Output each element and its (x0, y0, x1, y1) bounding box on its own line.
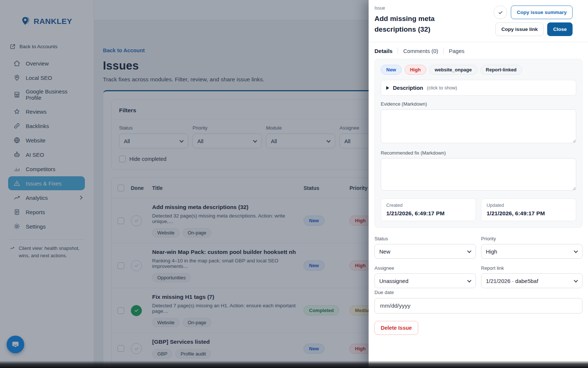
module-chip: website_onpage (429, 65, 477, 75)
check-icon (498, 10, 503, 15)
tab-details[interactable]: Details (374, 48, 392, 54)
chevron-down-icon (574, 249, 578, 253)
due-date-label: Due date (374, 290, 582, 295)
drawer-kicker: Issue (374, 6, 461, 11)
toggle-done-button[interactable] (494, 6, 507, 19)
report-linked-chip: Report-linked (480, 65, 522, 75)
due-date-input[interactable] (374, 298, 582, 314)
due-date-field: Due date (374, 290, 582, 314)
caret-right-icon (386, 86, 389, 90)
description-title: Description (393, 85, 423, 91)
created-card: Created 1/21/2026, 6:49:17 PM (381, 198, 476, 221)
assignee-value: Unassigned (379, 278, 408, 284)
tab-separator (398, 48, 398, 54)
status-badge: New (381, 65, 402, 75)
created-value: 1/21/2026, 6:49:17 PM (386, 210, 470, 217)
tab-comments[interactable]: Comments (0) (403, 48, 438, 54)
status-value: New (379, 248, 390, 255)
drawer-tabs: Details Comments (0) Pages (369, 42, 588, 59)
status-field: Status New (374, 231, 476, 259)
report-link-select[interactable]: 1/21/2026 · dabe5baf (481, 273, 582, 288)
created-label: Created (386, 203, 470, 208)
priority-label: Priority (481, 236, 582, 241)
issue-detail-drawer: Issue Add missing meta descriptions (32)… (369, 0, 588, 368)
close-button[interactable]: Close (547, 22, 573, 36)
report-link-value: 1/21/2026 · dabe5baf (486, 278, 538, 284)
priority-badge: High (405, 65, 426, 75)
evidence-textarea[interactable] (381, 109, 576, 143)
assignee-field: Assignee Unassigned (374, 261, 476, 288)
status-select[interactable]: New (374, 244, 476, 259)
copy-issue-summary-button[interactable]: Copy issue summary (511, 6, 573, 19)
description-toggle[interactable]: Description (click to show) (381, 80, 576, 96)
chevron-down-icon (574, 278, 578, 282)
updated-value: 1/21/2026, 6:49:17 PM (487, 210, 571, 217)
app-window: RANKLEY Back to Accounts Overview Local … (0, 0, 588, 368)
description-hint: (click to show) (427, 85, 457, 91)
recommended-fix-textarea[interactable] (381, 158, 576, 191)
drawer-body: New High website_onpage Report-linked De… (369, 59, 588, 335)
chevron-down-icon (467, 249, 471, 253)
copy-issue-link-button[interactable]: Copy issue link (495, 22, 544, 36)
priority-select[interactable]: High (481, 244, 582, 259)
assignee-label: Assignee (374, 265, 476, 271)
drawer-header: Issue Add missing meta descriptions (32)… (369, 0, 588, 42)
priority-field: Priority High (481, 231, 582, 259)
updated-card: Updated 1/21/2026, 6:49:17 PM (481, 198, 576, 221)
delete-issue-button[interactable]: Delete Issue (374, 321, 418, 335)
report-link-label: Report link (481, 265, 582, 271)
tab-separator (443, 48, 444, 54)
report-link-field: Report link 1/21/2026 · dabe5baf (481, 261, 582, 288)
drawer-title: Add missing meta descriptions (32) (374, 14, 461, 35)
status-label: Status (374, 236, 476, 241)
evidence-label: Evidence (Markdown) (381, 101, 576, 107)
recommended-fix-label: Recommended fix (Markdown) (381, 150, 576, 156)
chevron-down-icon (467, 278, 471, 282)
priority-value: High (486, 248, 497, 255)
tab-pages[interactable]: Pages (449, 48, 465, 54)
details-card: New High website_onpage Report-linked De… (374, 59, 582, 228)
updated-label: Updated (487, 203, 571, 208)
assignee-select[interactable]: Unassigned (374, 273, 476, 288)
